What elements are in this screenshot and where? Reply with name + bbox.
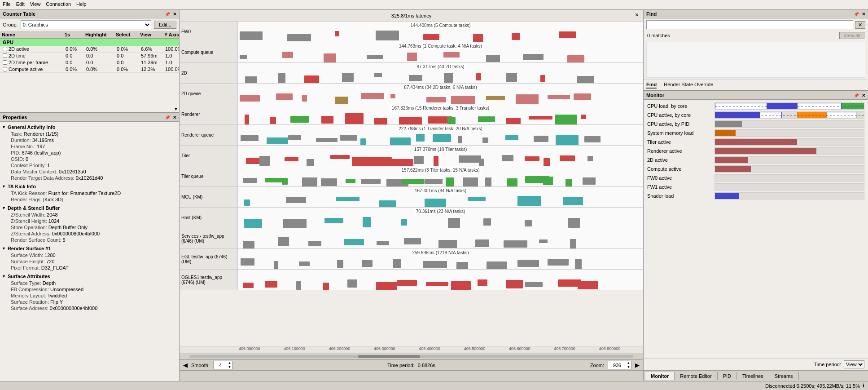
pin-props-icon[interactable]: 📌 — [165, 115, 170, 120]
tl-bar — [302, 95, 307, 102]
timeline-row[interactable]: Tiler queue157.622ms (3 Tiler tasks, 15 … — [180, 166, 643, 187]
tab-pid[interactable]: PID — [718, 372, 737, 380]
prop-section-header[interactable]: ▼ Render Surface #1 — [2, 245, 177, 252]
timeline-row[interactable]: Renderer167.323ms (15 Renderer tasks, 3 … — [180, 104, 643, 125]
scroll-down-arrow[interactable]: ▼ — [174, 106, 178, 111]
close-find-icon[interactable]: ✕ — [862, 12, 865, 17]
zoom-input[interactable] — [608, 362, 626, 369]
tl-bar — [243, 178, 257, 183]
pin-monitor-icon[interactable]: 📌 — [854, 93, 859, 98]
tl-tooltip: 167.401ms (84 N/A tasks) — [413, 188, 468, 194]
pin-find-icon[interactable]: 📌 — [854, 12, 859, 17]
tab-streams[interactable]: Streams — [769, 372, 799, 380]
table-row[interactable]: 2D time 0.0 0.0 0.0 57.99m 1.0 — [0, 53, 179, 59]
tl-tooltip: 87.317ms (40 2D tasks) — [415, 64, 465, 70]
nav-right-icon[interactable]: ▶ — [635, 362, 640, 368]
tl-row-label: Compute queue — [180, 42, 238, 62]
close-monitor-icon[interactable]: ✕ — [862, 93, 865, 98]
scrollbar-thumb[interactable] — [358, 355, 420, 358]
prop-section-header[interactable]: ▼ TA Kick Info — [2, 183, 177, 190]
timeline-row[interactable]: 2D87.317ms (40 2D tasks) — [180, 63, 643, 84]
prop-row: Render Flags: [Kick 3D] — [2, 196, 177, 203]
find-clear-button[interactable]: ✕ — [855, 21, 865, 29]
prop-row: Frame No.: 197 — [2, 143, 177, 150]
close-counter-icon[interactable]: ✕ — [173, 12, 176, 17]
monitor-row: FW0 active — [647, 174, 864, 182]
timeline-row[interactable]: Compute queue144.763ms (1 Compute task, … — [180, 42, 643, 63]
menu-edit[interactable]: Edit — [16, 1, 25, 8]
timeline-row[interactable]: 2D queue87.434ms (34 2D tasks, 6 N/A tas… — [180, 84, 643, 104]
table-row[interactable]: 2D active 0.0% 0.0% 0.0% 6.6% 100.0% — [0, 46, 179, 53]
tl-bar — [451, 96, 475, 104]
tl-tooltip: 157.622ms (3 Tiler tasks, 15 N/A tasks) — [400, 167, 481, 173]
smooth-down-icon[interactable]: ▼ — [227, 365, 232, 369]
tl-bar — [507, 178, 517, 186]
tl-bar — [290, 116, 309, 123]
tl-bar — [478, 279, 487, 286]
timeline-row[interactable]: Renderer queue222.798ms (1 Transfer task… — [180, 125, 643, 146]
tl-tooltip: 157.370ms (18 Tiler tasks) — [413, 146, 469, 152]
edit-button[interactable]: Edit... — [154, 21, 176, 29]
timeline-row[interactable]: Tiler157.370ms (18 Tiler tasks) — [180, 146, 643, 166]
find-input[interactable] — [646, 20, 853, 29]
tl-bar — [392, 159, 413, 166]
smooth-up-icon[interactable]: ▲ — [227, 361, 232, 365]
table-row[interactable]: 2D time per frame 0.0 0.0 0.0 11.39m 1.0 — [0, 59, 179, 66]
tl-bar — [574, 93, 592, 100]
monitor-row-label: Tiler active — [647, 139, 715, 145]
menu-connection[interactable]: Connection — [46, 1, 71, 8]
menu-view[interactable]: View — [30, 1, 41, 8]
tab-monitor[interactable]: Monitor — [645, 372, 675, 380]
info-icon[interactable]: ℹ — [863, 383, 864, 389]
pin-icon[interactable]: 📌 — [165, 12, 170, 17]
monitor-row-label: CPU active, by PID — [647, 121, 715, 127]
monitor-bar-container — [715, 174, 864, 182]
timeline-row[interactable]: FW0144.400ms (5 Compute tasks) — [180, 22, 643, 42]
prop-section-header[interactable]: ▼ General Activity Info — [2, 124, 177, 131]
table-row[interactable]: Compute active 0.0% 0.0% 0.0% 12.3% 100.… — [0, 66, 179, 73]
timeline-scrollbar[interactable] — [180, 353, 643, 359]
tl-bar — [485, 177, 491, 186]
tl-bar — [568, 218, 580, 228]
tl-bar — [486, 55, 500, 62]
tl-bar — [434, 156, 438, 166]
menu-help[interactable]: Help — [76, 1, 87, 8]
prop-section-header[interactable]: ▼ Depth & Stencil Buffer — [2, 204, 177, 212]
zoom-down-icon[interactable]: ▼ — [626, 365, 631, 369]
menu-file[interactable]: File — [3, 1, 11, 8]
timeline-row[interactable]: Host (KM)70.361ms (23 N/A tasks) — [180, 208, 643, 228]
monitor-row: CPU active, by PID — [647, 120, 864, 128]
close-timeline-icon[interactable]: × — [635, 11, 639, 18]
tl-row-label: Services - testfw_app (6/46) (UM) — [180, 228, 238, 248]
tl-bar — [308, 241, 321, 246]
counter-table-title: Counter Table — [3, 11, 35, 17]
zoom-up-icon[interactable]: ▲ — [626, 361, 631, 365]
smooth-input[interactable] — [214, 362, 227, 369]
prop-section: ▼ Surface AttributesSurface Type: DepthF… — [2, 273, 177, 311]
timeline-row[interactable]: OGLES1 testfw_app (6746) (UM) — [180, 270, 643, 290]
col-name: Name — [2, 32, 65, 37]
tl-bar — [540, 75, 545, 82]
tl-bar — [390, 94, 396, 98]
group-select[interactable]: 0: Graphics — [21, 20, 151, 29]
smooth-label: Smooth: — [191, 363, 210, 368]
tab-timelines[interactable]: Timelines — [737, 372, 769, 380]
timeline-row[interactable]: Services - testfw_app (6/46) (UM) — [180, 228, 643, 249]
tl-bar — [304, 75, 319, 83]
render-state-tab[interactable]: Render State Override — [664, 82, 713, 89]
tl-bar — [278, 237, 289, 246]
timeline-row[interactable]: EGL testfw_app (6746) (UM)259.698ms (121… — [180, 249, 643, 270]
monitor-time-period-select[interactable]: View — [844, 360, 864, 368]
gpu-label: GPU — [3, 40, 66, 45]
tl-row-label: 2D queue — [180, 84, 238, 104]
view-all-button[interactable]: View all — [839, 32, 864, 39]
find-tab[interactable]: Find — [646, 82, 657, 89]
tl-bar — [286, 197, 307, 203]
timeline-area[interactable]: FW0144.400ms (5 Compute tasks)Compute qu… — [180, 22, 643, 346]
axis-label: 406.200000 — [328, 346, 373, 353]
prop-section-header[interactable]: ▼ Surface Attributes — [2, 273, 177, 280]
timeline-row[interactable]: MCU (KM)167.401ms (84 N/A tasks) — [180, 187, 643, 208]
nav-left-icon[interactable]: ◀ — [183, 362, 188, 368]
close-props-icon[interactable]: ✕ — [173, 115, 176, 120]
tab-remote editor[interactable]: Remote Editor — [675, 372, 717, 380]
